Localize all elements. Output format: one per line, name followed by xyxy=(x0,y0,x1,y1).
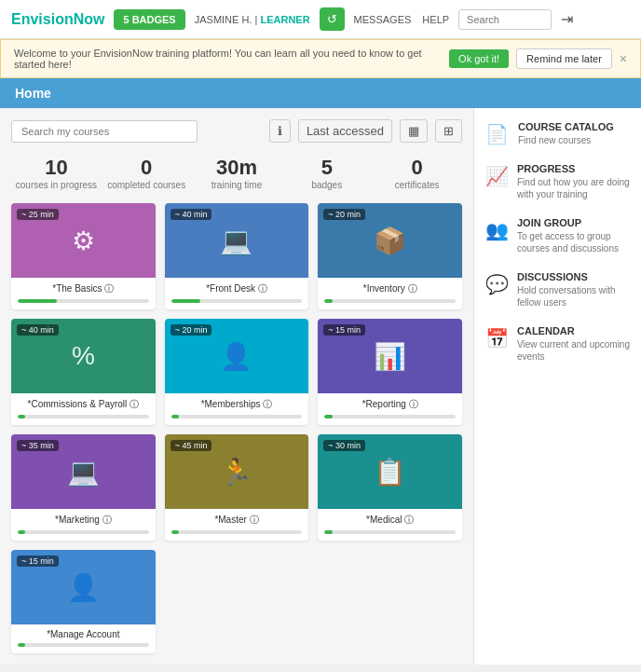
card-body: *Inventory ⓘ xyxy=(318,278,462,309)
card-body: *Medical ⓘ xyxy=(318,509,462,541)
content-area: ℹ Last accessed ▦ ⊞ 10courses in progres… xyxy=(0,108,473,665)
sidebar-item-course-catalog[interactable]: 📄 COURSE CATALOG Find new courses xyxy=(485,121,630,146)
card-title: *Master ⓘ xyxy=(171,514,303,527)
card-image: 💻 ~ 40 min xyxy=(165,203,309,278)
logout-button[interactable]: ⇥ xyxy=(561,10,573,28)
card-icon: 🏃 xyxy=(220,457,252,487)
sidebar-item-title-course-catalog: COURSE CATALOG xyxy=(518,121,614,132)
card-progress-bar xyxy=(324,415,456,418)
card-title: *Medical ⓘ xyxy=(324,514,456,527)
sidebar-item-title-progress: PROGRESS xyxy=(517,163,630,174)
info-button[interactable]: ℹ xyxy=(269,119,291,143)
sidebar-item-calendar[interactable]: 📅 CALENDAR View current and upcoming eve… xyxy=(485,325,630,363)
card-title: *Reporting ⓘ xyxy=(324,398,456,411)
last-accessed-button[interactable]: Last accessed xyxy=(298,119,392,143)
course-card[interactable]: ⚙ ~ 25 min *The Basics ⓘ xyxy=(11,203,156,309)
sidebar-item-content-progress: PROGRESS Find out how you are doing with… xyxy=(517,163,630,200)
sidebar-item-join-group[interactable]: 👥 JOIN GROUP To get access to group cour… xyxy=(485,217,630,254)
logo-prefix: Envision xyxy=(11,11,74,27)
card-progress-fill xyxy=(18,415,25,418)
card-image: 📦 ~ 20 min xyxy=(318,203,462,278)
user-info: JASMINE H. | LEARNER xyxy=(195,14,310,25)
stat-item: 30mtraining time xyxy=(192,156,282,190)
stat-value: 30m xyxy=(192,156,282,180)
grid-view-button[interactable]: ▦ xyxy=(400,119,428,143)
card-progress-bar xyxy=(171,530,303,534)
card-body: *The Basics ⓘ xyxy=(11,278,156,309)
stat-label: training time xyxy=(192,180,282,190)
card-title: *The Basics ⓘ xyxy=(18,282,149,295)
sidebar-icon-join-group: 👥 xyxy=(485,219,508,241)
course-card[interactable]: 📦 ~ 20 min *Inventory ⓘ xyxy=(318,203,462,309)
search-bar: ℹ Last accessed ▦ ⊞ xyxy=(11,119,462,143)
card-progress-fill xyxy=(324,415,332,418)
sidebar-icon-course-catalog: 📄 xyxy=(485,123,509,145)
stat-value: 5 xyxy=(281,156,372,180)
sidebar-item-title-discussions: DISCUSSIONS xyxy=(517,271,630,282)
refresh-button[interactable]: ↺ xyxy=(320,7,345,31)
list-view-button[interactable]: ⊞ xyxy=(435,119,462,143)
course-card[interactable]: 💻 ~ 40 min *Front Desk ⓘ xyxy=(165,203,309,309)
page-title: Home xyxy=(0,78,641,108)
course-card[interactable]: % ~ 40 min *Commissions & Payroll ⓘ xyxy=(11,319,156,425)
ok-button[interactable]: Ok got it! xyxy=(449,49,509,68)
remind-button[interactable]: Remind me later xyxy=(516,48,612,69)
card-duration-badge: ~ 35 min xyxy=(17,440,59,451)
sidebar-item-discussions[interactable]: 💬 DISCUSSIONS Hold conversations with fe… xyxy=(485,271,630,309)
nav-links: MESSAGES HELP xyxy=(354,14,450,25)
course-grid: ⚙ ~ 25 min *The Basics ⓘ 💻 ~ 40 min *Fro… xyxy=(11,203,462,653)
card-icon: 💻 xyxy=(67,457,100,487)
sidebar-item-desc-course-catalog: Find new courses xyxy=(518,134,614,146)
card-body: *Reporting ⓘ xyxy=(318,393,462,425)
course-card[interactable]: 📊 ~ 15 min *Reporting ⓘ xyxy=(318,319,462,425)
course-card[interactable]: 💻 ~ 35 min *Marketing ⓘ xyxy=(11,434,156,541)
card-progress-bar xyxy=(324,299,456,303)
course-card[interactable]: 👤 ~ 15 min *Manage Account xyxy=(11,550,156,653)
sidebar-item-desc-progress: Find out how you are doing with your tra… xyxy=(517,176,630,200)
card-image: 💻 ~ 35 min xyxy=(11,434,156,509)
card-title: *Commissions & Payroll ⓘ xyxy=(18,398,149,411)
card-duration-badge: ~ 45 min xyxy=(170,440,212,451)
banner: Welcome to your EnvisionNow training pla… xyxy=(0,39,641,78)
messages-link[interactable]: MESSAGES xyxy=(354,14,412,25)
sidebar-item-progress[interactable]: 📈 PROGRESS Find out how you are doing wi… xyxy=(485,163,630,200)
course-card[interactable]: 📋 ~ 30 min *Medical ⓘ xyxy=(318,434,462,541)
card-body: *Marketing ⓘ xyxy=(11,509,156,541)
stat-label: completed courses xyxy=(102,180,192,190)
card-progress-fill xyxy=(18,299,57,303)
sidebar-item-title-join-group: JOIN GROUP xyxy=(517,217,630,228)
stat-label: badges xyxy=(281,180,372,190)
card-duration-badge: ~ 20 min xyxy=(170,324,212,336)
card-duration-badge: ~ 40 min xyxy=(170,209,212,220)
badges-button[interactable]: 5 BADGES xyxy=(114,9,184,30)
logo: EnvisionNow xyxy=(11,11,104,28)
card-body: *Master ⓘ xyxy=(165,509,309,541)
card-image: 👤 ~ 20 min xyxy=(165,319,309,393)
course-card[interactable]: 👤 ~ 20 min *Memberships ⓘ xyxy=(165,319,309,425)
sidebar-icon-calendar: 📅 xyxy=(485,327,508,350)
stat-value: 0 xyxy=(102,156,192,180)
user-name: JASMINE H. xyxy=(195,14,252,25)
card-body: *Memberships ⓘ xyxy=(165,393,309,425)
card-progress-bar xyxy=(18,530,149,534)
card-duration-badge: ~ 15 min xyxy=(17,555,59,567)
card-progress-fill xyxy=(171,530,179,534)
card-image: % ~ 40 min xyxy=(11,319,156,393)
stat-item: 0certificates xyxy=(372,156,462,190)
header-search-input[interactable] xyxy=(458,9,552,30)
card-icon: % xyxy=(72,341,95,371)
header: EnvisionNow 5 BADGES JASMINE H. | LEARNE… xyxy=(0,0,641,39)
sidebar-item-content-calendar: CALENDAR View current and upcoming event… xyxy=(517,325,630,363)
card-progress-bar xyxy=(171,299,303,303)
course-card[interactable]: 🏃 ~ 45 min *Master ⓘ xyxy=(165,434,309,541)
card-title: *Memberships ⓘ xyxy=(171,398,303,411)
stat-item: 10courses in progress xyxy=(11,156,102,190)
help-link[interactable]: HELP xyxy=(422,14,449,25)
close-icon[interactable]: × xyxy=(620,51,627,66)
stat-item: 5badges xyxy=(281,156,372,190)
course-search-input[interactable] xyxy=(11,120,198,143)
card-icon: 📊 xyxy=(374,341,406,372)
stat-item: 0completed courses xyxy=(102,156,192,190)
stat-label: certificates xyxy=(372,180,462,190)
card-image: 🏃 ~ 45 min xyxy=(165,434,309,509)
